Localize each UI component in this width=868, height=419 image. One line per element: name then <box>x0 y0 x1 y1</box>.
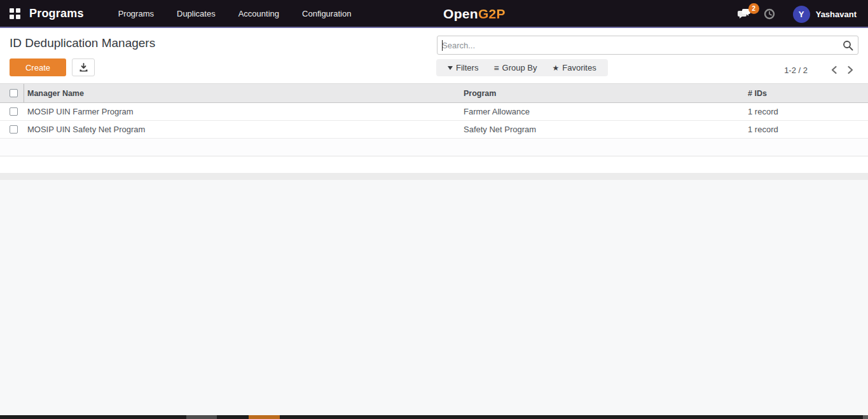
table-row[interactable]: MOSIP UIN Farmer Program Farmer Allowanc… <box>0 103 868 121</box>
openg2p-logo: OpenG2P <box>443 0 506 28</box>
column-header-program[interactable]: Program <box>460 89 745 98</box>
cell-program[interactable]: Farmer Allowance <box>460 107 745 116</box>
horizontal-scrollbar-track[interactable] <box>0 173 868 180</box>
search-bar <box>437 36 858 55</box>
activities-button[interactable] <box>764 8 775 20</box>
grid-square <box>10 15 14 19</box>
messages-count-badge: 2 <box>748 3 759 14</box>
grid-square <box>16 15 20 19</box>
cell-program[interactable]: Safety Net Program <box>460 125 745 134</box>
logo-text-g2p: G2P <box>478 6 506 22</box>
cell-manager-name[interactable]: MOSIP UIN Safety Net Program <box>24 125 460 134</box>
table-row[interactable]: MOSIP UIN Safety Net Program Safety Net … <box>0 121 868 139</box>
group-by-button[interactable]: ≡ Group By <box>486 59 544 76</box>
messages-button[interactable]: 2 <box>737 6 754 22</box>
favorites-label: Favorites <box>562 63 596 72</box>
clock-icon <box>764 8 775 20</box>
star-icon: ★ <box>552 64 559 72</box>
taskbar-segment-orange <box>249 415 280 419</box>
grid-square <box>16 8 20 13</box>
filters-button[interactable]: Filters <box>440 59 486 76</box>
chevron-right-icon <box>847 65 854 74</box>
topbar-right-controls: 2 Y Yashavant <box>737 0 868 28</box>
page-background <box>0 180 868 415</box>
pagination: 1-2 / 2 <box>784 63 858 77</box>
search-icon[interactable] <box>843 40 853 51</box>
app-title[interactable]: Programs <box>29 7 84 20</box>
menu-item-configuration[interactable]: Configuration <box>291 1 362 27</box>
row-checkbox-cell <box>0 121 24 138</box>
cell-ids[interactable]: 1 record <box>745 125 868 134</box>
table-footer-gap <box>0 156 868 173</box>
group-by-label: Group By <box>502 63 537 72</box>
download-icon <box>79 63 88 72</box>
apps-grid-icon[interactable] <box>10 8 20 19</box>
user-name[interactable]: Yashavant <box>816 10 857 19</box>
column-header-manager-name[interactable]: Manager Name <box>24 89 460 98</box>
cell-ids[interactable]: 1 record <box>745 107 868 116</box>
logo-text-open: Open <box>443 6 478 22</box>
search-input[interactable] <box>437 36 858 54</box>
table-header-row: Manager Name Program # IDs <box>0 83 868 103</box>
select-all-cell <box>0 84 24 102</box>
row-checkbox[interactable] <box>10 107 18 116</box>
chevron-left-icon <box>830 65 837 74</box>
page-title: ID Deduplication Managers <box>10 36 155 50</box>
cell-manager-name[interactable]: MOSIP UIN Farmer Program <box>24 107 460 116</box>
empty-table-row <box>0 139 868 156</box>
user-avatar[interactable]: Y <box>793 6 810 23</box>
next-page-button[interactable] <box>842 63 858 77</box>
top-nav-bar: Programs Programs Duplicates Accounting … <box>0 0 868 28</box>
menu-item-duplicates[interactable]: Duplicates <box>165 1 227 27</box>
group-by-icon: ≡ <box>493 64 499 72</box>
taskbar-segment-gray <box>186 415 217 419</box>
create-button[interactable]: Create <box>10 58 66 76</box>
filter-icon <box>448 66 453 70</box>
export-button[interactable] <box>72 58 95 76</box>
grid-square <box>10 8 14 13</box>
text-caret <box>442 40 443 51</box>
search-options-bar: Filters ≡ Group By ★ Favorites <box>436 59 608 76</box>
menu-item-programs[interactable]: Programs <box>107 1 165 27</box>
favorites-button[interactable]: ★ Favorites <box>544 59 603 76</box>
taskbar-segment-right <box>863 415 868 419</box>
pagination-range: 1-2 / 2 <box>784 65 808 75</box>
main-menu: Programs Duplicates Accounting Configura… <box>107 1 363 27</box>
select-all-checkbox[interactable] <box>10 89 18 97</box>
taskbar-edge <box>0 415 868 419</box>
filters-label: Filters <box>456 63 478 72</box>
menu-item-accounting[interactable]: Accounting <box>227 1 291 27</box>
row-checkbox-cell <box>0 103 24 120</box>
column-header-ids[interactable]: # IDs <box>745 89 868 98</box>
row-checkbox[interactable] <box>10 125 18 134</box>
previous-page-button[interactable] <box>825 63 842 77</box>
